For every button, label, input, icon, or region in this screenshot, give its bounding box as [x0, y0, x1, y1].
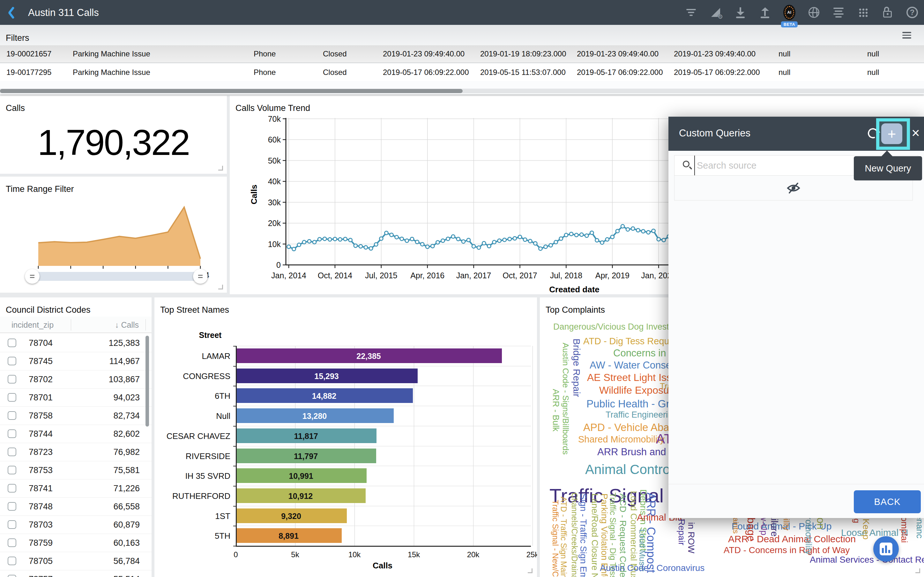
svg-text:Calls: Calls [249, 185, 259, 204]
council-col-zip[interactable]: incident_zip [11, 321, 53, 330]
complaint-word[interactable]: Channels/Creeks/Drainage Easement [570, 493, 578, 577]
filter-table-row[interactable]: 19-00021657Parking Machine IssuePhoneClo… [0, 45, 924, 63]
council-row[interactable]: 7875375,581 [0, 461, 152, 479]
row-checkbox[interactable] [8, 575, 16, 577]
street-category-label: IH 35 SVRD [157, 471, 230, 481]
complaint-word[interactable]: ARR - Bulk [551, 389, 560, 432]
filter-cell: 2019-01-23 09:49:40.00 [577, 45, 659, 63]
complaint-word[interactable]: laints [732, 516, 740, 533]
time-range-slider-track[interactable] [32, 272, 200, 281]
filter-icon[interactable] [685, 6, 697, 18]
council-row[interactable]: 7870556,784 [0, 552, 152, 570]
row-checkbox[interactable] [8, 375, 16, 384]
help-icon[interactable]: ? [906, 6, 918, 18]
filters-hscrollbar[interactable] [0, 89, 924, 93]
filters-hscrollbar-thumb[interactable] [0, 89, 463, 93]
new-query-tooltip: New Query [854, 156, 922, 181]
street-bar-value: 14,882 [236, 392, 412, 401]
complaint-word[interactable]: Animal Services - Contact Request [810, 555, 924, 564]
row-checkbox[interactable] [8, 448, 16, 456]
row-checkbox[interactable] [8, 538, 16, 547]
zip-value: 78703 [29, 520, 53, 530]
row-checkbox[interactable] [8, 466, 16, 474]
complaint-word[interactable]: Traffic Signal - New/Change [551, 500, 559, 577]
complaint-word[interactable]: in ROW [687, 522, 696, 553]
resize-handle-icon[interactable] [218, 166, 223, 171]
ruler-settings-icon[interactable]: ⚙ [709, 6, 722, 18]
council-row[interactable]: 7875882,734 [0, 407, 152, 425]
council-row[interactable]: 7874866,558 [0, 498, 152, 516]
svg-text:Oct, 2017: Oct, 2017 [502, 271, 537, 280]
list-lines-icon[interactable] [832, 6, 845, 18]
zip-value: 78741 [29, 484, 53, 493]
council-row[interactable]: 7875755,514 [0, 570, 152, 577]
complaint-word[interactable]: Shared Micromobility [578, 435, 665, 444]
complaint-word[interactable]: Bridge Repair [572, 338, 582, 397]
row-checkbox[interactable] [8, 484, 16, 493]
street-bar-value: 13,280 [236, 411, 393, 421]
row-checkbox[interactable] [8, 338, 16, 347]
complaint-word[interactable]: Repair [677, 519, 686, 545]
zip-value: 78701 [29, 393, 53, 403]
svg-text:70k: 70k [268, 114, 281, 123]
complaint-word[interactable]: Loose Animal N [841, 528, 908, 537]
slider-handle-right[interactable] [193, 269, 208, 284]
zip-value: 78753 [29, 466, 53, 475]
new-query-button[interactable]: + [881, 123, 902, 144]
council-row[interactable]: 7875960,163 [0, 534, 152, 552]
street-category-label: 5TH [157, 531, 230, 541]
council-row[interactable]: 7870194,023 [0, 388, 152, 407]
close-icon[interactable]: × [911, 125, 920, 141]
council-col-calls[interactable]: ↓ Calls [115, 321, 139, 330]
svg-text:Apr, 2019: Apr, 2019 [595, 271, 630, 280]
filter-table-row[interactable]: 19-00177295Parking Machine IssuePhoneClo… [0, 64, 924, 81]
lock-icon[interactable] [882, 6, 894, 18]
council-row[interactable]: 7874171,226 [0, 479, 152, 498]
grid-dots-icon[interactable] [857, 6, 869, 18]
street-bar-value: 10,991 [236, 471, 366, 481]
slider-handle-left[interactable] [25, 269, 40, 284]
row-checkbox[interactable] [8, 429, 16, 438]
row-checkbox[interactable] [8, 520, 16, 529]
street-bar-value: 11,797 [236, 452, 376, 461]
complaint-word[interactable]: Sign - Traffic Sign Emergency [579, 493, 588, 577]
council-row[interactable]: 7872376,982 [0, 443, 152, 461]
svg-text:60k: 60k [268, 135, 281, 144]
council-row[interactable]: 78704125,383 [0, 334, 152, 352]
complaint-word[interactable]: Austin Code - Signs/Billboards [562, 343, 570, 455]
back-button[interactable]: BACK [854, 490, 921, 513]
council-row[interactable]: 7870360,879 [0, 516, 152, 534]
filters-menu-icon[interactable] [902, 32, 911, 39]
row-checkbox[interactable] [8, 393, 16, 402]
filter-cell: 2019-05-17 06:09:22.000 [577, 64, 663, 81]
filters-title: Filters [6, 33, 29, 43]
complaint-word[interactable]: Lane/Road Closure Notification [590, 493, 599, 577]
row-checkbox[interactable] [8, 357, 16, 365]
row-checkbox[interactable] [8, 411, 16, 420]
council-row[interactable]: 7874482,602 [0, 425, 152, 443]
filter-cell: Closed [323, 45, 347, 63]
back-icon[interactable] [8, 6, 17, 18]
svg-text:10k: 10k [268, 240, 281, 249]
complaint-word[interactable]: ATD - Dig Tess Request [583, 337, 682, 346]
complaint-word[interactable]: ATD - Concerns in Right of Way [724, 546, 850, 555]
time-range-area-chart[interactable]: 201420162018202020222024 [0, 189, 227, 282]
row-checkbox[interactable] [8, 502, 16, 511]
council-scrollbar-thumb[interactable] [145, 336, 149, 427]
row-checkbox[interactable] [8, 557, 16, 565]
complaint-word[interactable]: rbage [746, 514, 757, 542]
upload-icon[interactable] [759, 6, 771, 18]
ai-assistant-icon[interactable]: AIBETA [783, 6, 795, 18]
calls-value: 71,226 [113, 484, 140, 493]
resize-handle-icon[interactable] [528, 568, 533, 573]
complaint-word[interactable]: Austin Code - Coronavirus [600, 564, 704, 572]
filter-cell: 2019-01-23 09:49:40.00 [383, 45, 465, 63]
resize-handle-icon[interactable] [915, 568, 920, 573]
resize-handle-icon[interactable] [218, 285, 223, 290]
download-icon[interactable] [734, 6, 746, 18]
globe-icon[interactable] [808, 6, 820, 18]
complaint-word[interactable]: ATD - Traffic Sign Maintenance [560, 496, 568, 577]
council-row[interactable]: 78702103,867 [0, 371, 152, 388]
council-row[interactable]: 78745114,967 [0, 352, 152, 371]
chart-fab-button[interactable] [873, 536, 899, 562]
